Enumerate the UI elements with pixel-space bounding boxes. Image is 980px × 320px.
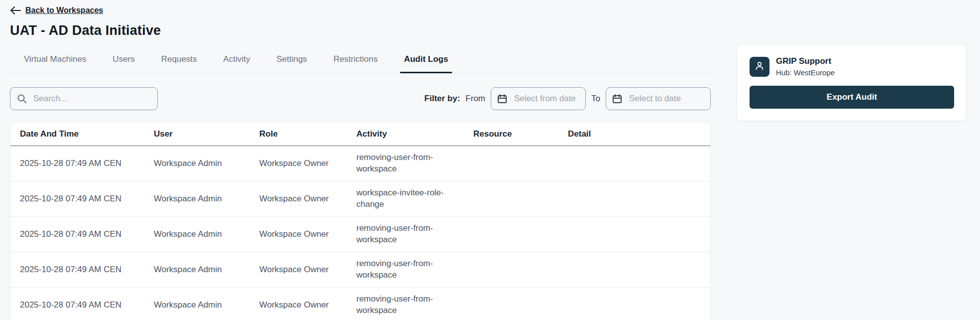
tab-bar: Virtual Machines Users Requests Activity… xyxy=(10,54,711,73)
cell-activity: removing-user-from-workspace xyxy=(356,217,458,252)
person-icon xyxy=(754,60,765,73)
cell-datetime: 2025-10-28 07:49 AM CEN xyxy=(20,159,154,168)
cell-role: Workspace Owner xyxy=(259,265,356,275)
cell-activity: removing-user-from-workspace xyxy=(356,146,458,181)
cell-user: Workspace Admin xyxy=(154,265,259,275)
tab-requests[interactable]: Requests xyxy=(157,54,201,73)
support-card: GRIP Support Hub: WestEurope Export Audi… xyxy=(737,44,967,121)
cell-activity: removing-user-from-workspace xyxy=(356,288,458,320)
cell-activity: workspace-invitee-role-change xyxy=(356,181,458,216)
support-avatar xyxy=(750,57,769,77)
support-name: GRIP Support xyxy=(776,56,835,66)
table-row[interactable]: 2025-10-28 07:49 AM CEN Workspace Admin … xyxy=(10,252,710,288)
cell-role: Workspace Owner xyxy=(259,194,356,204)
support-hub: Hub: WestEurope xyxy=(776,68,835,77)
tab-restrictions[interactable]: Restrictions xyxy=(329,54,382,73)
tab-settings[interactable]: Settings xyxy=(272,54,311,73)
col-header-detail: Detail xyxy=(568,129,710,139)
main-content: Back to Workspaces UAT - AD Data Initiat… xyxy=(10,0,711,320)
audit-log-table: Date And Time User Role Activity Resourc… xyxy=(10,122,711,320)
tab-users[interactable]: Users xyxy=(109,54,138,73)
col-header-activity: Activity xyxy=(356,129,473,139)
col-header-resource: Resource xyxy=(473,129,568,139)
tab-virtual-machines[interactable]: Virtual Machines xyxy=(20,54,90,73)
table-header-row: Date And Time User Role Activity Resourc… xyxy=(10,122,710,146)
arrow-left-icon xyxy=(10,6,21,14)
cell-activity: removing-user-from-workspace xyxy=(356,252,458,287)
tab-audit-logs[interactable]: Audit Logs xyxy=(400,54,452,73)
cell-user: Workspace Admin xyxy=(154,194,259,204)
table-row[interactable]: 2025-10-28 07:49 AM CEN Workspace Admin … xyxy=(10,146,710,181)
export-audit-button[interactable]: Export Audit xyxy=(750,86,954,109)
filter-by-label: Filter by: xyxy=(425,94,460,104)
cell-user: Workspace Admin xyxy=(154,159,259,168)
filter-row: Filter by: From To xyxy=(10,87,711,110)
cell-user: Workspace Admin xyxy=(154,229,259,239)
tab-activity[interactable]: Activity xyxy=(219,54,254,73)
back-to-workspaces-link[interactable]: Back to Workspaces xyxy=(10,6,103,15)
col-header-datetime: Date And Time xyxy=(20,129,154,139)
col-header-role: Role xyxy=(259,129,356,139)
cell-user: Workspace Admin xyxy=(154,300,259,310)
calendar-icon xyxy=(612,94,622,106)
cell-datetime: 2025-10-28 07:49 AM CEN xyxy=(20,194,154,204)
table-row[interactable]: 2025-10-28 07:49 AM CEN Workspace Admin … xyxy=(10,288,710,320)
table-row[interactable]: 2025-10-28 07:49 AM CEN Workspace Admin … xyxy=(10,217,710,252)
cell-datetime: 2025-10-28 07:49 AM CEN xyxy=(20,229,154,239)
to-label: To xyxy=(591,94,600,104)
page-title: UAT - AD Data Initiative xyxy=(10,23,711,38)
search-input[interactable] xyxy=(10,87,158,110)
col-header-user: User xyxy=(154,129,259,139)
cell-role: Workspace Owner xyxy=(259,300,356,310)
cell-datetime: 2025-10-28 07:49 AM CEN xyxy=(20,265,154,275)
search-icon xyxy=(17,94,27,106)
cell-role: Workspace Owner xyxy=(259,229,356,239)
calendar-icon xyxy=(497,94,507,106)
back-link-label: Back to Workspaces xyxy=(25,6,103,15)
cell-role: Workspace Owner xyxy=(259,159,356,168)
cell-datetime: 2025-10-28 07:49 AM CEN xyxy=(20,300,154,310)
table-row[interactable]: 2025-10-28 07:49 AM CEN Workspace Admin … xyxy=(10,181,710,217)
from-label: From xyxy=(465,94,485,104)
